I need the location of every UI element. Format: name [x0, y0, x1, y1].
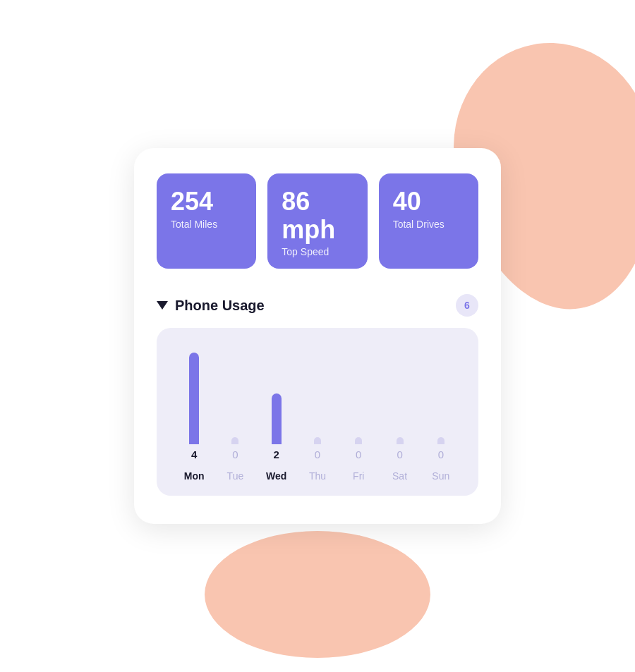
day-label-fri: Fri	[338, 470, 379, 482]
bar-wed	[272, 393, 282, 444]
labels-row: MonTueWedThuFriSatSun	[174, 469, 461, 482]
stat-value-speed: 86 mph	[282, 188, 353, 243]
day-col-sun: 0	[421, 348, 461, 460]
day-count-sun: 0	[438, 448, 444, 460]
day-col-wed: 2	[256, 348, 297, 460]
day-label-tue: Tue	[214, 470, 255, 482]
bar-tue	[231, 437, 238, 444]
bar-sat	[397, 437, 404, 444]
bar-sun	[437, 437, 445, 444]
bar-thu	[314, 437, 321, 444]
day-label-mon: Mon	[174, 470, 214, 482]
day-col-sat: 0	[379, 348, 420, 460]
phone-usage-badge: 6	[456, 294, 478, 317]
bar-wrapper-thu	[297, 348, 338, 444]
stat-label-miles: Total Miles	[171, 219, 242, 230]
bar-fri	[355, 437, 362, 444]
day-count-fri: 0	[356, 448, 361, 460]
stat-total-drives: 40 Total Drives	[379, 173, 478, 269]
day-col-thu: 0	[297, 348, 338, 460]
day-col-fri: 0	[338, 348, 379, 460]
stat-top-speed: 86 mph Top Speed	[267, 173, 367, 269]
stats-row: 254 Total Miles 86 mph Top Speed 40 Tota…	[157, 173, 478, 269]
day-col-tue: 0	[214, 348, 255, 460]
section-title-group: Phone Usage	[157, 298, 265, 314]
background-shape-bottom	[205, 531, 430, 658]
bar-wrapper-fri	[338, 348, 379, 444]
day-count-tue: 0	[232, 448, 238, 460]
day-col-mon: 4	[174, 348, 214, 460]
day-count-mon: 4	[191, 448, 197, 460]
day-count-wed: 2	[274, 448, 279, 460]
day-count-thu: 0	[315, 448, 320, 460]
stat-label-drives: Total Drives	[393, 219, 464, 230]
stat-value-miles: 254	[171, 188, 242, 216]
section-title: Phone Usage	[175, 298, 265, 314]
day-label-thu: Thu	[297, 470, 338, 482]
day-count-sat: 0	[397, 448, 402, 460]
bar-wrapper-sun	[421, 348, 461, 444]
bar-mon	[189, 353, 199, 444]
day-label-wed: Wed	[256, 470, 297, 482]
bars-area: 4020000	[174, 348, 461, 460]
stat-total-miles: 254 Total Miles	[157, 173, 256, 269]
phone-usage-header: Phone Usage 6	[157, 294, 478, 317]
chart-container: 4020000 MonTueWedThuFriSatSun	[157, 328, 478, 496]
bar-wrapper-tue	[214, 348, 255, 444]
main-card: 254 Total Miles 86 mph Top Speed 40 Tota…	[134, 148, 501, 524]
bar-wrapper-wed	[256, 348, 297, 444]
phone-icon	[157, 301, 168, 310]
stat-value-drives: 40	[393, 188, 464, 216]
bar-wrapper-mon	[174, 348, 214, 444]
bar-wrapper-sat	[379, 348, 420, 444]
stat-label-speed: Top Speed	[282, 246, 353, 257]
day-label-sun: Sun	[421, 470, 461, 482]
day-label-sat: Sat	[379, 470, 420, 482]
